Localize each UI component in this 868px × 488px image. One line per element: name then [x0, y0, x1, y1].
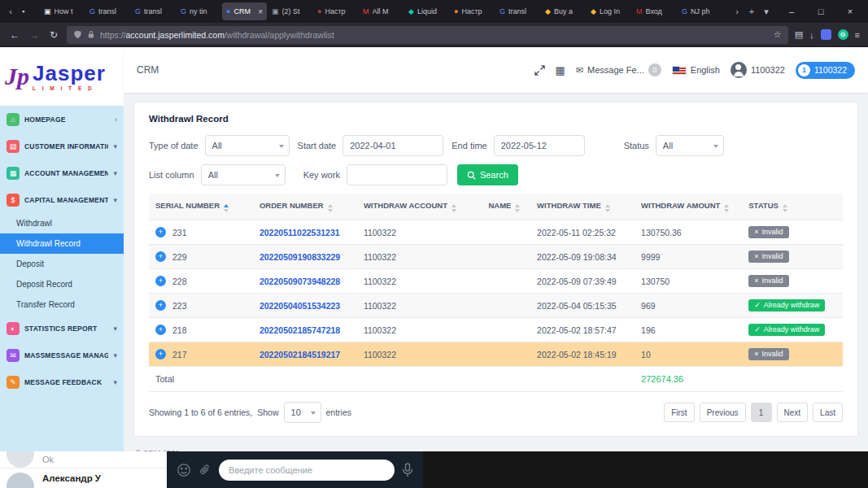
new-tab-button[interactable]: +	[744, 7, 759, 16]
url-bar[interactable]: https://account.jasperlimited.com/withdr…	[67, 26, 788, 44]
sidebar-item[interactable]: ✉ MASSMESSAGE MANAGEMENT ▾	[0, 342, 124, 368]
sort-icons[interactable]	[515, 204, 520, 212]
type-of-date-select[interactable]: All	[205, 135, 290, 156]
browser-tab[interactable]: G transl	[495, 2, 540, 20]
browser-tab[interactable]: G transl	[85, 2, 130, 20]
sort-icons[interactable]	[451, 204, 456, 212]
pagination-button[interactable]: Last	[813, 403, 843, 422]
sidebar-subitem[interactable]: Deposit	[0, 254, 124, 274]
back-button[interactable]: ←	[8, 29, 21, 41]
sidebar-item[interactable]: $ CAPITAL MANAGEMENT ▾	[0, 186, 124, 213]
fullscreen-icon[interactable]	[534, 65, 545, 76]
browser-tab[interactable]: ◆ Liquid	[404, 2, 449, 20]
order-number-link[interactable]: 20220504051534223	[260, 301, 340, 311]
tab-list-button[interactable]: ▾	[759, 7, 774, 17]
attachment-icon[interactable]	[198, 464, 212, 477]
minimize-button[interactable]: –	[777, 0, 806, 23]
sidebar-item[interactable]: ▤ CUSTOMER INFORMATION ▾	[0, 133, 124, 159]
order-number-link[interactable]: 20220511022531231	[260, 228, 340, 237]
key-work-input[interactable]	[347, 164, 447, 185]
browser-tab[interactable]: ▪	[18, 2, 39, 20]
sort-icons[interactable]	[783, 204, 787, 212]
expand-row-icon[interactable]	[155, 349, 166, 359]
column-header[interactable]: WITHDRAW TIME	[530, 194, 635, 220]
forward-button[interactable]: →	[28, 29, 41, 41]
search-button[interactable]: Search	[457, 164, 518, 185]
lock-icon[interactable]	[87, 30, 95, 39]
browser-tab[interactable]: ◆ Buy a	[541, 2, 586, 20]
column-header[interactable]: NAME	[482, 194, 530, 220]
shield-icon[interactable]	[73, 30, 82, 39]
chat-message-input[interactable]	[219, 460, 395, 481]
sidebar-item[interactable]: ◐ STATISTICS REPORT ▾	[0, 315, 124, 342]
order-number-link[interactable]: 20220509190833229	[260, 252, 340, 262]
pagination-button[interactable]: Previous	[700, 403, 746, 422]
chat-list-item[interactable]: Ok	[0, 451, 167, 468]
maximize-button[interactable]: □	[806, 0, 835, 23]
sidebar-subitem[interactable]: Withdrawl	[0, 213, 124, 233]
order-number-link[interactable]: 20220502184519217	[260, 350, 340, 359]
expand-row-icon[interactable]	[155, 325, 166, 335]
reload-button[interactable]: ↻	[47, 29, 60, 41]
sidebar-subitem[interactable]: Deposit Record	[0, 274, 124, 294]
browser-tab[interactable]: ● CRM ×	[222, 2, 267, 20]
account-pill[interactable]: 1 1100322	[796, 62, 855, 79]
order-number-link[interactable]: 20220502185747218	[260, 325, 340, 335]
grammarly-icon[interactable]: G	[838, 29, 848, 40]
sidebar-item[interactable]: ✎ MESSAGE FEEDBACK ▾	[0, 368, 124, 395]
sidebar-subitem[interactable]: Transfer Record	[0, 294, 124, 315]
column-header[interactable]: ORDER NUMBER	[253, 194, 357, 220]
browser-tab[interactable]: ● Настр	[313, 2, 358, 20]
chat-list-item[interactable]: Александр У	[0, 468, 167, 488]
tab-scroll-left-icon[interactable]: ‹	[3, 7, 18, 16]
microphone-icon[interactable]	[402, 463, 413, 477]
emoji-icon[interactable]	[177, 463, 191, 477]
bookmark-star-icon[interactable]: ☆	[774, 29, 782, 40]
menu-icon[interactable]: ≡	[855, 30, 860, 40]
browser-tab[interactable]: ◆ Log In	[587, 2, 631, 20]
sidebar-subitem[interactable]: Withdrawl Record	[0, 233, 124, 254]
sidebar-item[interactable]: ▦ ACCOUNT MANAGEMENT ▾	[0, 159, 124, 186]
extension-icon[interactable]	[821, 29, 831, 40]
message-feedback-link[interactable]: ✉ Message Fe... 0	[576, 63, 661, 76]
pagination-button[interactable]: First	[664, 403, 694, 422]
user-menu[interactable]: 1100322	[731, 62, 785, 78]
column-header[interactable]: STATUS	[742, 194, 843, 220]
end-time-input[interactable]	[494, 135, 585, 156]
expand-row-icon[interactable]	[155, 227, 166, 237]
table-row[interactable]: 218 20220502185747218 1100322 2022-05-02…	[149, 318, 843, 342]
sort-icons[interactable]	[605, 204, 610, 212]
table-row[interactable]: 229 20220509190833229 1100322 2022-05-09…	[149, 245, 843, 269]
sort-icons[interactable]	[328, 204, 333, 212]
browser-tab[interactable]: ● Настр	[450, 2, 495, 20]
library-icon[interactable]: ▤	[795, 29, 803, 40]
expand-row-icon[interactable]	[155, 276, 166, 286]
order-number-link[interactable]: 20220509073948228	[260, 277, 340, 286]
browser-tab[interactable]: G NJ ph	[678, 2, 722, 20]
expand-row-icon[interactable]	[155, 251, 166, 262]
column-header[interactable]: SERIAL NUMBER	[149, 194, 253, 220]
grid-icon[interactable]: ▦	[556, 64, 565, 76]
browser-tab[interactable]: G transl	[131, 2, 176, 20]
expand-row-icon[interactable]	[155, 300, 166, 311]
browser-tab[interactable]: M All M	[359, 2, 403, 20]
language-selector[interactable]: English	[672, 65, 720, 75]
tab-overflow-icon[interactable]: ›	[730, 7, 744, 16]
table-row[interactable]: 217 20220502184519217 1100322 2022-05-02…	[149, 342, 843, 367]
tab-close-icon[interactable]: ×	[258, 7, 263, 16]
status-select[interactable]: All	[656, 135, 724, 156]
sort-icons[interactable]	[224, 204, 229, 212]
column-header[interactable]: WITHDRAW ACCOUNT	[357, 194, 482, 220]
page-size-select[interactable]: 10	[284, 402, 321, 423]
download-icon[interactable]: ↓	[809, 30, 814, 40]
browser-tab[interactable]: ▣ How t	[40, 2, 85, 20]
close-button[interactable]: ×	[835, 0, 865, 23]
browser-tab[interactable]: M Вход	[632, 2, 677, 20]
column-header[interactable]: WITHDRAW AMOUNT	[635, 194, 742, 220]
pagination-button[interactable]: Next	[777, 403, 809, 422]
start-date-input[interactable]	[342, 135, 443, 156]
sidebar-item[interactable]: ⌂ HOMEPAGE ›	[0, 106, 124, 133]
browser-tab[interactable]: ▣ (2) St	[268, 2, 312, 20]
list-column-select[interactable]: All	[201, 164, 286, 185]
table-row[interactable]: 231 20220511022531231 1100322 2022-05-11…	[149, 220, 843, 245]
